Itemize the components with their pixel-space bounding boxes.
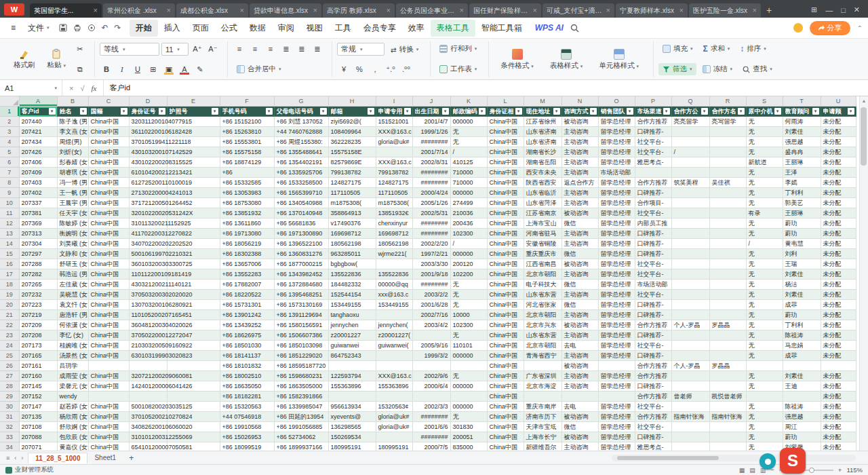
cell[interactable] bbox=[671, 310, 709, 320]
column-header[interactable]: C bbox=[88, 96, 129, 107]
cell[interactable]: 筑笑美程 bbox=[671, 178, 709, 188]
cell[interactable]: 362228235 bbox=[328, 137, 376, 147]
cell[interactable]: 合作方推荐 bbox=[635, 371, 671, 381]
row-header[interactable]: 11 bbox=[0, 208, 19, 218]
cell[interactable]: 未分配 bbox=[821, 218, 856, 229]
row-header[interactable]: 21 bbox=[0, 310, 19, 320]
cell[interactable] bbox=[450, 392, 487, 402]
cell[interactable]: +86 1354402191 bbox=[274, 157, 328, 168]
cell[interactable]: 留学总经理 bbox=[598, 422, 635, 432]
cell[interactable]: 留学总经理 bbox=[598, 188, 635, 198]
close-icon[interactable]: × bbox=[606, 7, 610, 14]
cell[interactable] bbox=[821, 361, 856, 371]
cell[interactable]: 207337 bbox=[19, 198, 57, 208]
cell[interactable]: +86 15152100 bbox=[220, 117, 274, 127]
cell[interactable]: 000000 bbox=[450, 117, 487, 127]
cut-icon[interactable]: ✂ bbox=[73, 43, 87, 55]
cell[interactable]: 杨欣雨 (女 bbox=[57, 412, 88, 422]
cell[interactable]: +86 1396522100 bbox=[274, 239, 328, 249]
row-header[interactable]: 22 bbox=[0, 320, 19, 330]
cell[interactable]: 未分配 bbox=[821, 137, 856, 147]
preview-icon[interactable] bbox=[87, 24, 96, 32]
cell[interactable]: +86 15575158 bbox=[220, 147, 274, 157]
cell[interactable]: 1999/1/26 bbox=[412, 127, 450, 137]
cell[interactable]: 207402 bbox=[19, 188, 57, 198]
cell[interactable]: 微信 bbox=[561, 249, 598, 259]
cell[interactable]: 未分配 bbox=[821, 168, 856, 178]
row-header[interactable]: 24 bbox=[0, 341, 19, 351]
cell[interactable]: 2002/2/20 bbox=[412, 239, 450, 249]
row-header[interactable]: 30 bbox=[0, 402, 19, 412]
cell[interactable]: 207409 bbox=[19, 168, 57, 178]
doc-tab[interactable]: 国任财产保险样本...× bbox=[469, 3, 541, 18]
cell[interactable]: 广东省深圳 bbox=[524, 371, 561, 381]
cell[interactable]: xxx@163.c bbox=[376, 290, 412, 300]
decrease-decimal-icon[interactable]: .⁰⁰ bbox=[399, 63, 413, 75]
column-header[interactable]: I bbox=[376, 96, 412, 107]
comma-icon[interactable]: , bbox=[368, 63, 382, 75]
cell[interactable]: 207232 bbox=[19, 290, 57, 300]
align-right-icon[interactable]: ≣ bbox=[311, 43, 324, 55]
cell[interactable]: China中国 bbox=[487, 137, 524, 147]
cell[interactable]: +86 1391129694 bbox=[274, 310, 328, 320]
cell[interactable]: 吴佳祺 bbox=[709, 178, 746, 188]
cell[interactable] bbox=[671, 422, 709, 432]
cell[interactable]: 2002/5/31 bbox=[412, 208, 450, 218]
cell[interactable]: 102200 bbox=[450, 269, 487, 280]
increase-decimal-icon[interactable]: ⁺.⁰ bbox=[384, 63, 397, 75]
cell[interactable]: China中国 bbox=[88, 147, 129, 157]
cell[interactable]: 110112200109181419 bbox=[129, 269, 167, 280]
cell[interactable] bbox=[671, 269, 709, 280]
cell[interactable]: 963285011 bbox=[328, 249, 376, 259]
column-header[interactable]: E bbox=[167, 96, 220, 107]
cell[interactable]: 吕玥学 bbox=[57, 361, 88, 371]
cell[interactable]: +86 18874129 bbox=[220, 157, 274, 168]
cell[interactable] bbox=[671, 280, 709, 290]
filter-icon[interactable]: ▾ bbox=[627, 108, 633, 115]
column-header[interactable]: T bbox=[783, 96, 821, 107]
cell[interactable]: China中国 bbox=[487, 310, 524, 320]
cell[interactable]: +86 15731301 bbox=[220, 300, 274, 310]
cell[interactable]: China中国 bbox=[487, 371, 524, 381]
cell[interactable]: 15575158E bbox=[328, 147, 376, 157]
cell[interactable]: 835000 bbox=[450, 442, 487, 451]
cell[interactable]: +86 15553801 bbox=[220, 137, 274, 147]
row-header[interactable]: 9 bbox=[0, 188, 19, 198]
cell[interactable]: 210036 bbox=[450, 208, 487, 218]
cell[interactable] bbox=[746, 361, 783, 371]
cell[interactable]: 136298565 bbox=[328, 422, 376, 432]
cell[interactable]: 180562198 bbox=[328, 239, 376, 249]
cell[interactable]: 主动咨询 bbox=[561, 198, 598, 208]
bold-button[interactable]: B bbox=[100, 63, 113, 75]
scroll-up-icon[interactable]: ▲ bbox=[862, 96, 867, 104]
cell[interactable]: China中国 bbox=[487, 147, 524, 157]
print-icon[interactable] bbox=[73, 24, 81, 32]
cell[interactable]: 留学总经理 bbox=[598, 371, 635, 381]
cell[interactable]: China中国 bbox=[487, 269, 524, 280]
cell[interactable]: 文静和 (女 bbox=[57, 249, 88, 259]
align-bottom-icon[interactable]: ≡ bbox=[264, 43, 277, 55]
cell[interactable]: China中国 bbox=[487, 341, 524, 351]
cell[interactable]: 山东省临沂 bbox=[524, 188, 561, 198]
header-cell[interactable]: 身份证号▾ bbox=[129, 107, 167, 117]
cell[interactable]: 无 bbox=[450, 412, 487, 422]
cell[interactable]: 口碑推荐- bbox=[635, 330, 671, 341]
cell[interactable]: 864752343 bbox=[328, 351, 376, 361]
cell[interactable]: +44 7460762888 bbox=[274, 127, 328, 137]
column-header[interactable]: J bbox=[412, 96, 450, 107]
cell[interactable]: 130703200106280921 bbox=[129, 300, 167, 310]
cell[interactable] bbox=[88, 392, 129, 402]
filter-icon[interactable]: ▾ bbox=[442, 108, 449, 115]
cell[interactable]: 江苏省南京 bbox=[524, 208, 561, 218]
cell[interactable]: China中国 bbox=[88, 208, 129, 218]
cell[interactable]: 口碑推荐- bbox=[635, 239, 671, 249]
cell[interactable]: +86 18302388 bbox=[220, 249, 274, 259]
insert-function-icon[interactable]: fx bbox=[91, 84, 96, 92]
cell[interactable]: +86 18626975 bbox=[220, 330, 274, 341]
cell[interactable]: 710000 bbox=[450, 178, 487, 188]
menu-item[interactable]: 插入 bbox=[158, 20, 186, 37]
cell[interactable]: 社交平台- bbox=[635, 137, 671, 147]
cell[interactable]: 799138782 bbox=[328, 168, 376, 178]
menu-item[interactable]: 效率 bbox=[402, 20, 431, 37]
cell[interactable]: 社交平台- bbox=[635, 422, 671, 432]
